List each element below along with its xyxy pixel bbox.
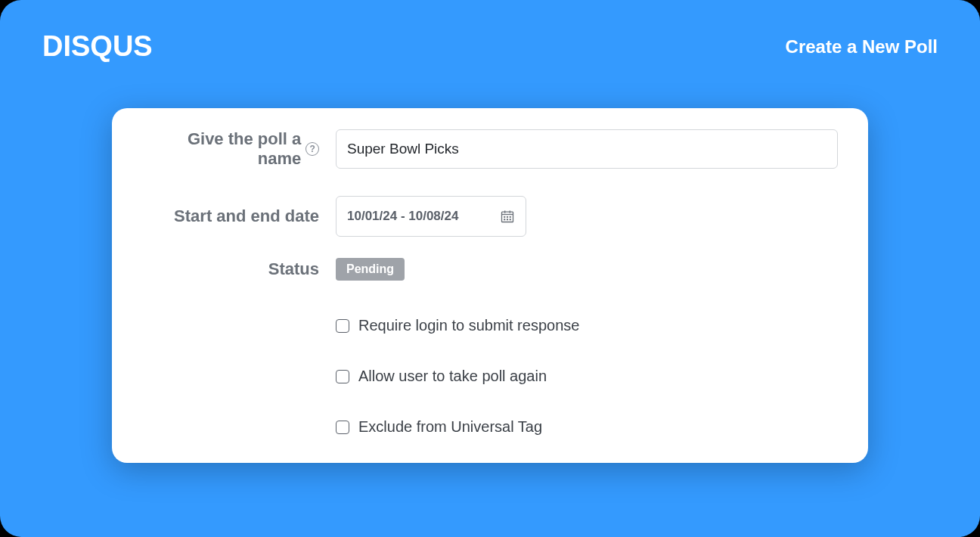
- require-login-checkbox[interactable]: [336, 319, 349, 333]
- exclude-tag-row: Exclude from Universal Tag: [142, 418, 838, 436]
- require-login-row: Require login to submit response: [142, 317, 838, 334]
- date-row: Start and end date 10/01/24 - 10/08/24: [142, 196, 838, 237]
- require-login-label: Require login to submit response: [358, 317, 579, 334]
- date-range-value: 10/01/24 - 10/08/24: [347, 209, 458, 224]
- status-row: Status Pending: [142, 258, 838, 281]
- help-icon[interactable]: ?: [305, 142, 319, 156]
- checkbox-section: Require login to submit response Allow u…: [142, 317, 838, 436]
- date-range-picker[interactable]: 10/01/24 - 10/08/24: [336, 196, 526, 237]
- poll-name-row: Give the poll a name ?: [142, 129, 838, 169]
- svg-point-8: [507, 219, 508, 220]
- calendar-icon: [500, 209, 515, 224]
- poll-name-input[interactable]: [336, 129, 838, 169]
- status-badge: Pending: [336, 258, 405, 281]
- status-label: Status: [268, 259, 319, 279]
- retake-label: Allow user to take poll again: [358, 368, 547, 385]
- exclude-tag-checkbox[interactable]: [336, 421, 349, 434]
- create-poll-link[interactable]: Create a New Poll: [786, 36, 938, 57]
- retake-row: Allow user to take poll again: [142, 368, 838, 385]
- svg-point-4: [504, 216, 505, 217]
- svg-point-6: [510, 216, 510, 217]
- exclude-tag-label: Exclude from Universal Tag: [358, 418, 542, 436]
- poll-form-card: Give the poll a name ? Start and end dat…: [112, 108, 868, 463]
- app-frame: DISQUS Create a New Poll Give the poll a…: [0, 0, 980, 537]
- date-label: Start and end date: [174, 206, 319, 226]
- poll-name-label-text: Give the poll a name: [142, 129, 301, 169]
- svg-point-7: [504, 219, 505, 220]
- disqus-logo: DISQUS: [42, 30, 153, 63]
- retake-checkbox[interactable]: [336, 370, 349, 383]
- svg-point-5: [507, 216, 508, 217]
- header: DISQUS Create a New Poll: [42, 30, 938, 63]
- svg-point-9: [510, 219, 510, 220]
- poll-name-label: Give the poll a name ?: [142, 129, 319, 169]
